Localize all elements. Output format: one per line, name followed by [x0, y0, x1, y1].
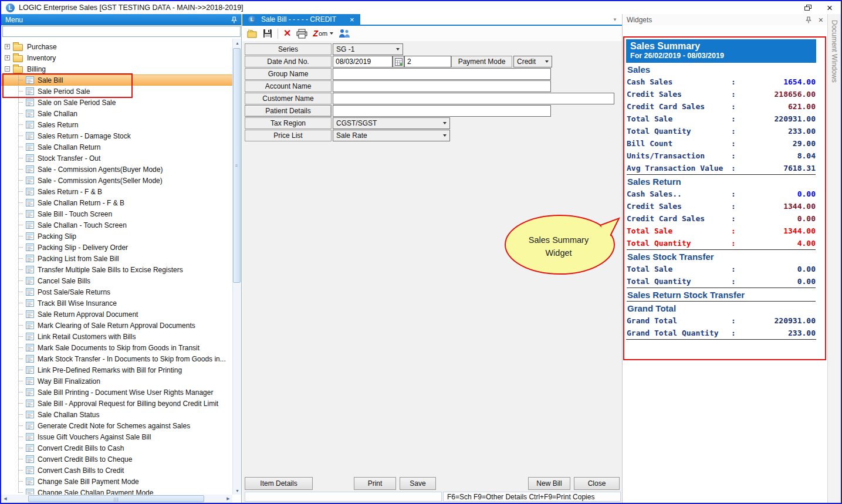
tree-item-generate-credit-note-for-schemes-against-s[interactable]: Generate Credit Note for Schemes against… — [1, 420, 232, 431]
tree-item-sale-challan-touch-screen[interactable]: Sale Challan - Touch Screen — [1, 219, 232, 231]
tree-item-packing-list-from-sale-bill[interactable]: Packing List from Sale Bill — [1, 253, 232, 264]
tree-item-sale-challan-return[interactable]: Sale Challan Return — [1, 141, 232, 153]
document-icon — [26, 444, 34, 452]
tab-overflow-button[interactable]: ▼ — [613, 17, 622, 22]
tree-item-packing-slip[interactable]: Packing Slip — [1, 231, 232, 242]
pin-icon[interactable] — [806, 16, 811, 23]
tree-item-sale-bill-approval-request-for-billing-bey[interactable]: Sale Bill - Approval Request for Billing… — [1, 398, 232, 409]
users-icon[interactable] — [339, 29, 350, 38]
bill-number-field[interactable] — [404, 56, 451, 67]
tree-folder-purchase[interactable]: +Purchase — [1, 41, 232, 52]
tree-item-packing-slip-delivery-order[interactable]: Packing Slip - Delivery Order — [1, 242, 232, 253]
tree-item-cancel-sale-bills[interactable]: Cancel Sale Bills — [1, 275, 232, 286]
delete-icon[interactable]: ✕ — [283, 29, 291, 38]
tree-item-sale-bill-touch-screen[interactable]: Sale Bill - Touch Screen — [1, 208, 232, 219]
pin-icon[interactable] — [231, 16, 237, 23]
tree-item-sale-bill[interactable]: Sale Bill — [1, 75, 232, 86]
tree-item-sale-commission-agents-buyer-mode[interactable]: Sale - Commission Agents(Buyer Mode) — [1, 164, 232, 175]
scroll-left-arrow[interactable]: ◀ — [1, 495, 9, 503]
tree-item-mark-sale-documents-to-skip-from-goods-in-[interactable]: Mark Sale Documents to Skip from Goods i… — [1, 342, 232, 353]
tree-item-link-pre-defined-remarks-with-bill-for-pri[interactable]: Link Pre-Defined Remarks with Bill for P… — [1, 364, 232, 376]
series-select[interactable]: SG -1 — [333, 43, 403, 55]
tree-item-sale-commission-agents-seller-mode[interactable]: Sale - Commission Agents(Seller Mode) — [1, 175, 232, 186]
tree-item-way-bill-finalization[interactable]: Way Bill Finalization — [1, 376, 232, 387]
group-name-label: Group Name — [245, 68, 332, 80]
widget-row-units-transaction: Units/Transaction:8.04 — [627, 150, 816, 162]
tree-item-convert-credit-bills-to-cheque[interactable]: Convert Credit Bills to Cheque — [1, 454, 232, 465]
scroll-up-arrow[interactable]: ▲ — [233, 39, 242, 47]
document-icon — [26, 87, 34, 95]
tree-item-sale-challan-return-f-b[interactable]: Sale Challan Return - F & B — [1, 197, 232, 208]
tree-item-change-sale-challan-payment-mode[interactable]: Change Sale Challan Payment Mode — [1, 487, 232, 495]
document-icon — [26, 188, 34, 195]
date-field[interactable] — [333, 56, 393, 67]
payment-mode-select[interactable]: Credit — [513, 56, 552, 67]
group-name-field[interactable] — [333, 68, 551, 80]
expand-toggle-icon[interactable]: + — [5, 44, 10, 49]
document-icon — [26, 243, 34, 251]
tree-item-mark-clearing-of-sale-return-approval-docu[interactable]: Mark Clearing of Sale Return Approval Do… — [1, 320, 232, 331]
tree-horizontal-scrollbar[interactable]: ◀ ||| ▶ — [1, 495, 232, 503]
close-panel-icon[interactable]: × — [819, 15, 823, 25]
account-name-field[interactable] — [333, 80, 551, 92]
new-bill-button[interactable]: New Bill — [528, 477, 570, 490]
expand-toggle-icon[interactable]: + — [5, 55, 10, 60]
tree-item-transfer-multiple-sale-bills-to-excise-reg[interactable]: Transfer Multiple Sale Bills to Excise R… — [1, 264, 232, 275]
scroll-right-arrow[interactable]: ▶ — [224, 495, 232, 503]
save-icon[interactable] — [263, 29, 272, 38]
tree-item-track-bill-wise-insurance[interactable]: Track Bill Wise Insurance — [1, 297, 232, 309]
document-icon — [26, 266, 34, 273]
scrollbar-thumb[interactable]: ||| — [28, 495, 204, 502]
tree-vertical-scrollbar[interactable]: ▲ ≡ ▼ — [232, 39, 241, 495]
tree-item-convert-credit-bills-to-cash[interactable]: Convert Credit Bills to Cash — [1, 442, 232, 454]
tab-close-icon[interactable]: × — [350, 15, 354, 24]
tab-sale-bill[interactable]: L Sale Bill - - - - - CREDIT × — [242, 14, 360, 25]
document-windows-strip[interactable]: Document Windows — [827, 14, 841, 503]
tree-item-sale-challan-status[interactable]: Sale Challan Status — [1, 409, 232, 420]
tree-item-post-sale-sale-returns[interactable]: Post Sale/Sale Returns — [1, 286, 232, 297]
title-bar: L LOGIC Enterprise Sales [GST TESTING DA… — [1, 1, 841, 14]
tree-item-link-retail-customers-with-bills[interactable]: Link Retail Customers with Bills — [1, 331, 232, 342]
tree-item-sales-return-damage-stock[interactable]: Sales Return - Damage Stock — [1, 130, 232, 141]
document-icon — [26, 165, 34, 173]
tree-item-change-sale-bill-payment-mode[interactable]: Change Sale Bill Payment Mode — [1, 476, 232, 487]
price-list-select[interactable]: Sale Rate — [333, 130, 450, 141]
series-label: Series — [245, 43, 332, 55]
item-details-button[interactable]: Item Details — [245, 477, 313, 490]
document-icon — [26, 99, 34, 106]
restore-window-button[interactable] — [804, 5, 811, 11]
tree-item-issue-gift-vouchers-against-sale-bill[interactable]: Issue Gift Vouchers Against Sale Bill — [1, 431, 232, 442]
document-tab-bar: L Sale Bill - - - - - CREDIT × ▼ — [242, 14, 622, 26]
tab-logo-icon: L — [248, 16, 256, 23]
tree-item-sale-return-approval-document[interactable]: Sale Return Approval Document — [1, 309, 232, 320]
tree-item-convert-cash-bills-to-credit[interactable]: Convert Cash Bills to Credit — [1, 465, 232, 476]
tree-item-mark-stock-transfer-in-documents-to-skip-f[interactable]: Mark Stock Transfer - In Documents to Sk… — [1, 353, 232, 364]
tree-item-sale-on-sale-period-sale[interactable]: Sale on Sale Period Sale — [1, 97, 232, 108]
tree-folder-inventory[interactable]: +Inventory — [1, 52, 232, 63]
close-window-button[interactable]: × — [827, 5, 833, 11]
document-windows-tab[interactable]: Document Windows — [830, 14, 838, 503]
tree-folder-billing[interactable]: −Billing — [1, 63, 232, 75]
patient-details-button[interactable]: Patient Details — [245, 105, 332, 117]
tree-item-sale-bill-printing-document-wise-user-righ[interactable]: Sale Bill Printing - Document Wise User … — [1, 387, 232, 398]
close-button[interactable]: Close — [574, 477, 620, 490]
new-document-icon[interactable] — [246, 29, 258, 38]
customer-name-field[interactable] — [333, 93, 614, 104]
patient-details-field[interactable] — [333, 105, 551, 117]
tree-item-sale-period-sale[interactable]: Sale Period Sale — [1, 86, 232, 97]
print-icon[interactable] — [296, 29, 307, 39]
scrollbar-thumb[interactable]: ≡ — [233, 48, 241, 283]
tree-item-sales-return-f-b[interactable]: Sales Return - F & B — [1, 186, 232, 197]
document-icon — [26, 455, 34, 463]
tree-item-sale-challan[interactable]: Sale Challan — [1, 108, 232, 119]
calendar-button[interactable] — [393, 56, 404, 67]
save-button[interactable]: Save — [400, 477, 436, 490]
tax-region-select[interactable]: CGST/SGST — [333, 117, 450, 129]
expand-toggle-icon[interactable]: − — [5, 66, 10, 72]
tree-item-sales-return[interactable]: Sales Return — [1, 119, 232, 130]
print-button[interactable]: Print — [354, 477, 396, 490]
zoom-dropdown-icon[interactable]: Zom — [313, 29, 333, 38]
tree-item-stock-transfer-out[interactable]: Stock Transfer - Out — [1, 153, 232, 164]
menu-search-input[interactable] — [2, 26, 241, 37]
scroll-down-arrow[interactable]: ▼ — [233, 486, 242, 495]
